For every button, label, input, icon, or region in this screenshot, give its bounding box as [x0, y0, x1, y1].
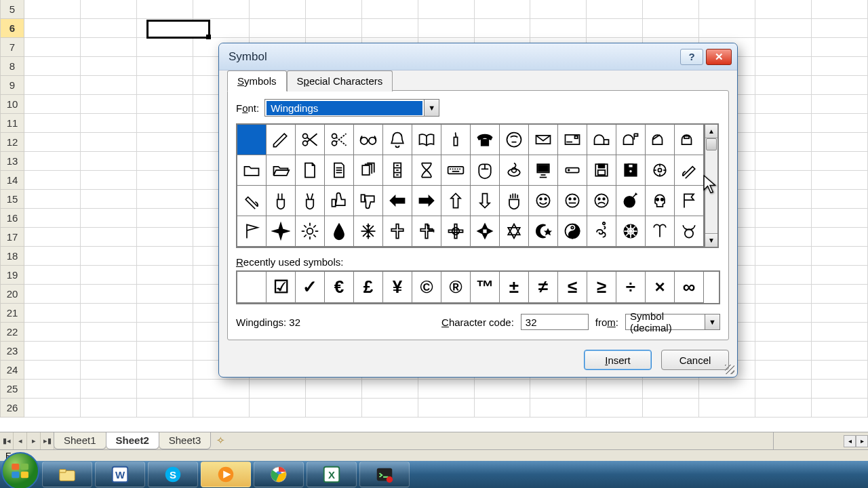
symbol-crescent-star[interactable]	[529, 216, 558, 247]
symbol-mailbox-flag[interactable]	[616, 125, 646, 155]
new-sheet-icon[interactable]: ✧	[211, 432, 231, 449]
row-header[interactable]: 22	[0, 323, 24, 342]
row-header[interactable]: 8	[0, 57, 24, 76]
row-header[interactable]: 6	[0, 19, 24, 38]
row-header[interactable]: 5	[0, 0, 24, 19]
active-cell[interactable]	[146, 20, 210, 39]
row-header[interactable]: 25	[0, 380, 24, 399]
recent-symbol-trademark[interactable]: ™	[471, 272, 500, 303]
taskbar-chrome[interactable]	[254, 462, 304, 487]
symbol-flag[interactable]	[675, 186, 704, 216]
sheet-tab-sheet3[interactable]: Sheet3	[159, 432, 212, 449]
tab-nav-next[interactable]: ▸	[27, 432, 41, 449]
start-button[interactable]	[1, 452, 39, 488]
symbol-sunburst[interactable]	[296, 216, 325, 247]
symbol-pencil[interactable]	[267, 125, 296, 155]
scroll-thumb[interactable]	[706, 138, 717, 150]
symbol-victory-hand-2[interactable]	[296, 186, 325, 216]
symbol-yin-yang[interactable]	[558, 216, 587, 247]
symbol-book-open[interactable]	[412, 125, 441, 155]
symbol-airplane[interactable]	[267, 216, 296, 247]
symbol-tape[interactable]	[646, 155, 675, 186]
recent-symbol-greater-equal[interactable]: ≥	[587, 272, 616, 303]
symbol-glasses[interactable]	[354, 125, 383, 155]
symbol-cross-maltese[interactable]	[471, 216, 500, 247]
symbol-skull[interactable]	[646, 186, 675, 216]
row-header[interactable]: 14	[0, 171, 24, 190]
symbol-point-left[interactable]	[383, 186, 412, 216]
taskbar-word[interactable]: W	[95, 462, 145, 487]
symbol-aries[interactable]	[646, 216, 675, 247]
symbol-telephone-black[interactable]	[471, 125, 500, 155]
symbol-taurus[interactable]	[675, 216, 704, 247]
symbol-droplet[interactable]	[325, 216, 354, 247]
recent-symbol-blank[interactable]	[237, 272, 267, 303]
recent-symbol-division[interactable]: ÷	[616, 272, 646, 303]
symbol-blank[interactable]	[237, 125, 267, 155]
symbol-envelope[interactable]	[529, 125, 558, 155]
row-header[interactable]: 20	[0, 285, 24, 304]
tab-nav-first[interactable]: ▮◂	[0, 432, 14, 449]
row-header[interactable]: 12	[0, 133, 24, 152]
help-button[interactable]: ?	[680, 49, 703, 65]
symbol-bell[interactable]	[383, 125, 412, 155]
row-header[interactable]: 19	[0, 266, 24, 285]
scroll-down-button[interactable]: ▼	[705, 233, 717, 247]
row-header[interactable]: 16	[0, 209, 24, 228]
hscroll-right[interactable]: ▸	[856, 435, 868, 447]
symbol-mouse[interactable]	[471, 155, 500, 186]
symbol-computer[interactable]	[529, 155, 558, 186]
symbol-document-stack[interactable]	[354, 155, 383, 186]
tab-nav-prev[interactable]: ◂	[14, 432, 27, 449]
symbol-write-hand[interactable]	[675, 155, 704, 186]
from-combobox[interactable]: Symbol (decimal) ▼	[625, 314, 720, 330]
taskbar-skype[interactable]: S	[148, 462, 198, 487]
row-header[interactable]: 9	[0, 76, 24, 95]
row-header[interactable]: 17	[0, 228, 24, 247]
row-header[interactable]: 7	[0, 38, 24, 57]
sheet-tab-sheet2[interactable]: Sheet2	[106, 432, 159, 449]
row-header[interactable]: 21	[0, 304, 24, 323]
recent-symbol-registered[interactable]: ®	[441, 272, 471, 303]
symbol-cross-latin[interactable]	[383, 216, 412, 247]
taskbar-terminal[interactable]	[359, 462, 410, 487]
symbol-bomb[interactable]	[616, 186, 646, 216]
symbol-hard-disk[interactable]	[558, 155, 587, 186]
symbol-floppy-35[interactable]	[587, 155, 616, 186]
resize-grip[interactable]	[725, 365, 734, 374]
font-combobox[interactable]: Wingdings ▼	[264, 99, 439, 117]
titlebar[interactable]: Symbol ? ✕	[219, 43, 737, 70]
symbol-wheel-dharma[interactable]	[616, 216, 646, 247]
symbol-write-hand-left[interactable]	[237, 186, 267, 216]
recent-symbol-copyright[interactable]: ©	[412, 272, 441, 303]
tab-symbols[interactable]: Symbols	[227, 70, 287, 92]
recent-symbol-euro[interactable]: €	[325, 272, 354, 303]
row-header[interactable]: 10	[0, 95, 24, 114]
recent-symbol-multiply[interactable]: ×	[646, 272, 675, 303]
symbol-point-right[interactable]	[412, 186, 441, 216]
chevron-down-icon[interactable]: ▼	[424, 100, 439, 116]
symbol-folder[interactable]	[237, 155, 267, 186]
scroll-up-button[interactable]: ▲	[705, 125, 717, 138]
tab-special-characters[interactable]: Special Characters	[287, 70, 393, 92]
insert-button[interactable]: Insert	[584, 350, 652, 370]
chevron-down-icon[interactable]: ▼	[705, 314, 719, 329]
row-header[interactable]: 23	[0, 342, 24, 361]
symbol-keyboard[interactable]	[441, 155, 471, 186]
hscroll-left[interactable]: ◂	[844, 435, 856, 447]
symbol-cross-celtic[interactable]	[441, 216, 471, 247]
recent-symbol-checkbox[interactable]: ☑	[267, 272, 296, 303]
horizontal-scrollbar[interactable]: ◂ ▸	[773, 432, 868, 449]
row-header[interactable]: 18	[0, 247, 24, 266]
symbol-mailbox-full[interactable]	[675, 125, 704, 155]
row-header[interactable]: 26	[0, 399, 24, 418]
taskbar-explorer[interactable]	[42, 462, 92, 487]
symbol-floppy-525[interactable]	[616, 155, 646, 186]
symbol-neutral-face[interactable]	[558, 186, 587, 216]
symbol-mailbox-open[interactable]	[646, 125, 675, 155]
scroll-track[interactable]	[705, 138, 717, 233]
recent-symbol-not-equal[interactable]: ≠	[529, 272, 558, 303]
symbol-scissors[interactable]	[296, 125, 325, 155]
symbol-document[interactable]	[296, 155, 325, 186]
symbol-hand-stop[interactable]	[500, 186, 529, 216]
